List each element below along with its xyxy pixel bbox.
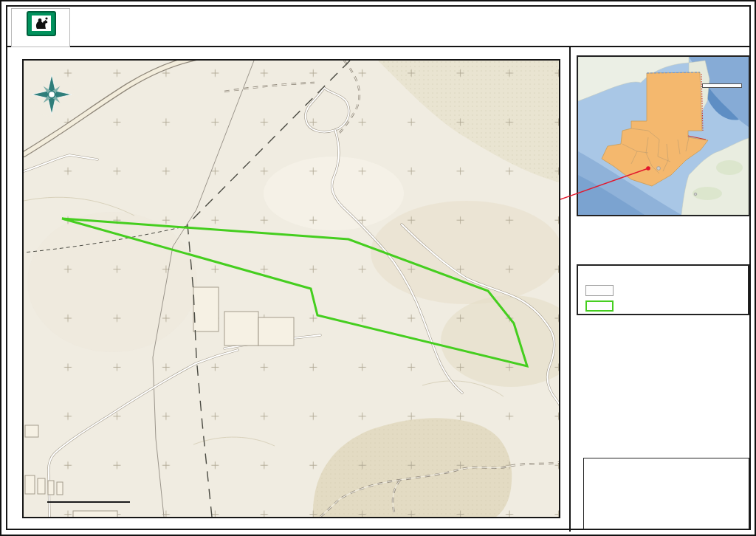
grid-crosses — [24, 61, 559, 517]
inset-canvas — [578, 57, 749, 215]
monkey-icon — [32, 16, 51, 31]
main-map — [22, 59, 560, 518]
map-canvas — [24, 61, 559, 517]
y-axis-left — [7, 59, 21, 518]
map-sheet — [0, 0, 756, 536]
legend — [577, 264, 749, 315]
scale-rule — [47, 501, 130, 503]
conap-logo — [11, 8, 70, 47]
scale-bar — [44, 487, 221, 511]
header — [7, 7, 749, 47]
inset-locator-map — [577, 55, 750, 216]
territorial-dispute-callout — [702, 83, 742, 88]
conap-logo-icon — [27, 11, 56, 36]
capital-city-dot — [657, 167, 661, 171]
san-salvador-dot — [694, 193, 697, 196]
protected-area-swatch — [585, 300, 614, 312]
compass-rose — [30, 72, 74, 117]
departmental-limit-swatch — [585, 285, 614, 296]
y-axis-right — [561, 59, 571, 518]
credits-box — [583, 458, 749, 529]
x-axis-top — [22, 49, 560, 58]
x-axis-bottom — [22, 520, 560, 529]
